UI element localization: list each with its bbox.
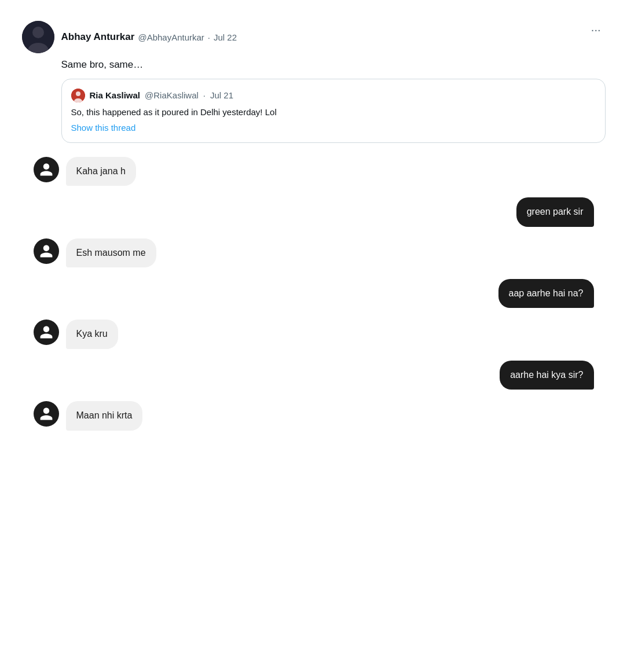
chat-avatar-left bbox=[34, 238, 59, 264]
quoted-author-handle: @RiaKasliwal bbox=[145, 90, 199, 100]
show-thread-link[interactable]: Show this thread bbox=[71, 123, 136, 133]
author-avatar[interactable] bbox=[22, 21, 54, 53]
user-info: Abhay Anturkar @AbhayAnturkar · Jul 22 bbox=[61, 31, 237, 43]
quoted-dot-separator: · bbox=[203, 90, 206, 100]
chat-row: Kya kru bbox=[34, 320, 594, 348]
svg-point-4 bbox=[76, 91, 80, 96]
chat-row: aap aarhe hai na? bbox=[34, 279, 594, 308]
chat-avatar-left bbox=[34, 320, 59, 345]
chat-row: green park sir bbox=[34, 197, 594, 226]
chat-avatar-left bbox=[34, 157, 59, 182]
chat-row: Esh mausom me bbox=[34, 238, 594, 267]
chat-bubble-7: Maan nhi krta bbox=[66, 401, 143, 430]
author-display-name: Abhay Anturkar bbox=[61, 31, 135, 43]
quoted-tweet-text: So, this happened as it poured in Delhi … bbox=[71, 106, 596, 118]
tweet-timestamp: Jul 22 bbox=[214, 32, 237, 42]
tweet-header: Abhay Anturkar @AbhayAnturkar · Jul 22 ·… bbox=[22, 21, 606, 53]
chat-bubble-1: Kaha jana h bbox=[66, 157, 136, 186]
chat-bubble-2: green park sir bbox=[516, 197, 594, 226]
quoted-author-avatar bbox=[71, 89, 85, 102]
user-name-row: Abhay Anturkar @AbhayAnturkar · Jul 22 bbox=[61, 31, 237, 43]
quoted-tweet-header: Ria Kasliwal @RiaKasliwal · Jul 21 bbox=[71, 89, 596, 102]
chat-row: Kaha jana h bbox=[34, 157, 594, 186]
author-handle: @AbhayAnturkar bbox=[138, 32, 204, 42]
chat-area: Kaha jana h green park sir Esh mausom me… bbox=[22, 157, 606, 431]
tweet-header-left: Abhay Anturkar @AbhayAnturkar · Jul 22 bbox=[22, 21, 237, 53]
quoted-tweet[interactable]: Ria Kasliwal @RiaKasliwal · Jul 21 So, t… bbox=[61, 79, 606, 143]
more-options-button[interactable]: ··· bbox=[586, 21, 606, 39]
chat-bubble-5: Kya kru bbox=[66, 320, 118, 348]
chat-row: aarhe hai kya sir? bbox=[34, 361, 594, 390]
dot-separator: · bbox=[208, 32, 210, 42]
chat-bubble-3: Esh mausom me bbox=[66, 238, 156, 267]
tweet-container: Abhay Anturkar @AbhayAnturkar · Jul 22 ·… bbox=[13, 12, 615, 431]
svg-point-1 bbox=[32, 27, 44, 38]
quoted-author-display-name: Ria Kasliwal bbox=[90, 90, 141, 100]
chat-bubble-4: aap aarhe hai na? bbox=[498, 279, 594, 308]
quoted-tweet-timestamp: Jul 21 bbox=[210, 90, 233, 100]
chat-bubble-6: aarhe hai kya sir? bbox=[500, 361, 593, 390]
tweet-text: Same bro, same… bbox=[61, 58, 606, 72]
chat-avatar-left bbox=[34, 401, 59, 427]
chat-row: Maan nhi krta bbox=[34, 401, 594, 430]
